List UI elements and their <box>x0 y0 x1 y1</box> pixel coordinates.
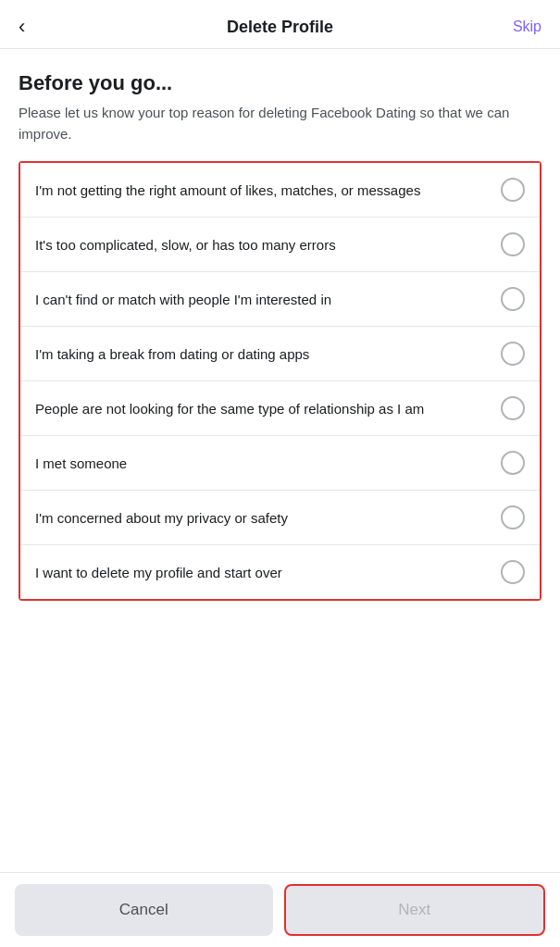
option-item[interactable]: I want to delete my profile and start ov… <box>20 545 540 599</box>
option-item[interactable]: I met someone <box>20 436 540 491</box>
radio-button[interactable] <box>501 287 525 311</box>
back-button[interactable]: ‹ <box>19 15 56 39</box>
skip-button[interactable]: Skip <box>504 19 541 35</box>
footer: Cancel Next <box>0 872 560 947</box>
section-description: Please let us know your top reason for d… <box>19 103 541 144</box>
option-label: It's too complicated, slow, or has too m… <box>35 235 501 255</box>
radio-button[interactable] <box>501 232 525 256</box>
next-button[interactable]: Next <box>284 884 546 936</box>
option-item[interactable]: I can't find or match with people I'm in… <box>20 272 540 327</box>
main-content: Before you go... Please let us know your… <box>0 49 560 872</box>
options-list: I'm not getting the right amount of like… <box>19 161 541 601</box>
radio-button[interactable] <box>501 342 525 366</box>
option-item[interactable]: People are not looking for the same type… <box>20 381 540 436</box>
option-item[interactable]: I'm not getting the right amount of like… <box>20 163 540 218</box>
radio-button[interactable] <box>501 451 525 475</box>
radio-button[interactable] <box>501 178 525 202</box>
cancel-button[interactable]: Cancel <box>15 884 273 936</box>
page-title: Delete Profile <box>56 18 504 37</box>
radio-button[interactable] <box>501 396 525 420</box>
option-label: I'm taking a break from dating or dating… <box>35 344 501 364</box>
radio-button[interactable] <box>501 505 525 530</box>
radio-button[interactable] <box>501 560 525 584</box>
option-label: I met someone <box>35 454 501 473</box>
option-item[interactable]: I'm taking a break from dating or dating… <box>20 327 540 381</box>
option-label: People are not looking for the same type… <box>35 399 501 418</box>
option-label: I'm concerned about my privacy or safety <box>35 508 501 528</box>
option-label: I want to delete my profile and start ov… <box>35 563 501 582</box>
option-label: I'm not getting the right amount of like… <box>35 181 501 200</box>
option-label: I can't find or match with people I'm in… <box>35 290 501 309</box>
section-title: Before you go... <box>19 71 541 95</box>
option-item[interactable]: It's too complicated, slow, or has too m… <box>20 218 540 272</box>
header: ‹ Delete Profile Skip <box>0 0 560 49</box>
option-item[interactable]: I'm concerned about my privacy or safety <box>20 491 540 545</box>
